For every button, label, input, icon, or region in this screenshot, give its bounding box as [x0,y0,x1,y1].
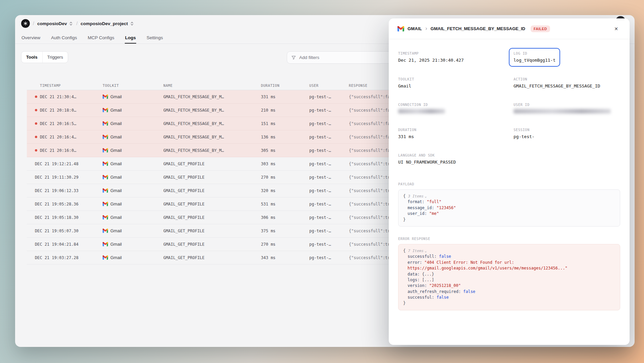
breadcrumb-separator: / [76,21,77,26]
cell-user: pg-test-… [309,242,349,247]
col-toolkit: TOOLKIT [103,83,163,87]
gmail-icon [103,148,108,153]
cell-timestamp: DEC 21 19:12:21.48 [27,162,103,166]
panel-header: GMAIL › GMAIL_FETCH_MESSAGE_BY_MESSAGE_I… [389,18,630,39]
cell-duration: 531 ms [261,202,309,206]
cell-toolkit: Gmail [103,201,163,206]
field-action: ACTION GMAIL_FETCH_MESSAGE_BY_MESSAGE_ID [514,77,620,88]
gmail-icon [103,175,108,179]
json-entry: message_id:"123456" [403,205,615,211]
cell-user: pg-test-… [309,188,349,193]
close-icon: ✕ [614,26,618,32]
redacted-connection-id [398,109,445,114]
redacted-user-id [514,109,611,114]
cell-duration: 331 ms [261,95,309,99]
col-user: USER [309,83,349,87]
project-name: composioDev_project [80,21,128,26]
error-collapse-toggle[interactable]: 7 Items⌄ [408,249,427,253]
chevron-down-icon: ⌄ [425,249,427,253]
segment-tools[interactable]: Tools [21,52,43,63]
cell-timestamp: DEC 21 20:16:0… [27,148,103,153]
cell-user: pg-test-… [309,135,349,139]
payload-section: PAYLOAD { 3 Items⌄ format:"full" message… [398,182,620,227]
json-entry: user_id:"me" [403,211,615,217]
json-entry: error:"404 Client Error: Not Found for u… [403,260,615,271]
cell-user: pg-test-… [309,202,349,206]
json-entry: logs:[...] [403,277,615,283]
tab-logs[interactable]: Logs [125,32,136,44]
tab-settings[interactable]: Settings [146,32,163,44]
gmail-icon [103,215,108,220]
breadcrumb-separator: / [33,21,34,26]
gmail-icon [103,121,108,126]
failed-dot-icon [35,122,37,125]
col-timestamp: TIMESTAMP [27,83,103,87]
gmail-icon [103,242,108,246]
cell-user: pg-test-… [309,215,349,220]
segment-triggers[interactable]: Triggers [43,52,68,63]
payload-entries: format:"full" message_id:"123456" user_i… [403,199,615,217]
cell-duration: 270 ms [261,242,309,247]
cell-user: pg-test-… [309,175,349,180]
field-connection-id: CONNECTION ID [398,103,505,114]
cell-user: pg-test-… [309,229,349,233]
cell-duration: 270 ms [261,175,309,180]
cell-duration: 136 ms [261,135,309,139]
cell-name: GMAIL_GET_PROFILE [163,229,261,233]
cell-duration: 306 ms [261,215,309,220]
cell-timestamp: DEC 21 19:05:18.30 [27,215,103,220]
payload-collapse-toggle[interactable]: 3 Items⌄ [408,194,427,198]
cell-user: pg-test-… [309,255,349,260]
gmail-icon [103,108,108,112]
json-entry: successful:false [403,295,615,300]
chevrons-up-down-icon [69,21,73,26]
field-user-id: USER ID [514,103,620,114]
cell-name: GMAIL_GET_PROFILE [163,162,261,166]
tab-mcp-configs[interactable]: MCP Configs [88,32,115,44]
json-entry: format:"full" [403,199,615,205]
chevron-right-icon: › [425,25,427,31]
error-entries: successfull:false error:"404 Client Erro… [403,254,615,300]
composio-logo[interactable] [21,19,30,28]
cell-toolkit: Gmail [103,175,163,180]
cell-name: GMAIL_FETCH_MESSAGE_BY_M… [163,135,261,139]
cell-timestamp: DEC 21 20:16:5… [27,121,103,126]
log-id-focus-box[interactable]: LOG ID log_tVqomBgg11-t [509,48,560,67]
field-timestamp: TIMESTAMP Dec 21, 2025 21:30:40.427 [398,51,505,63]
cell-name: GMAIL_FETCH_MESSAGE_BY_M… [163,121,261,126]
org-switcher[interactable]: composioDev [37,21,73,26]
cell-name: GMAIL_GET_PROFILE [163,202,261,206]
gmail-icon [397,26,404,32]
tab-auth-configs[interactable]: Auth Configs [51,32,77,44]
add-filters-label: Add filters [299,55,319,60]
close-panel-button[interactable]: ✕ [611,24,621,34]
gmail-icon [103,95,108,99]
cell-toolkit: Gmail [103,134,163,139]
error-response-label: ERROR RESPONSE [398,237,620,241]
cell-name: GMAIL_GET_PROFILE [163,255,261,260]
field-language-sdk: LANGUAGE AND SDK UI NO_FRAMEWORK_PASSED [398,153,505,165]
field-log-id: LOG ID log_tVqomBgg11-t [514,51,620,63]
failed-dot-icon [35,149,37,152]
field-session: SESSION pg-test- [514,128,620,139]
gmail-icon [103,255,108,260]
cell-name: GMAIL_FETCH_MESSAGE_BY_M… [163,108,261,113]
cell-duration: 320 ms [261,188,309,193]
cell-toolkit: Gmail [103,94,163,99]
payload-json: { 3 Items⌄ format:"full" message_id:"123… [398,189,620,227]
json-entry: data:{...} [403,271,615,277]
gmail-icon [103,188,108,193]
cell-duration: 305 ms [261,148,309,153]
cell-timestamp: DEC 21 19:05:07.30 [27,229,103,233]
cell-duration: 375 ms [261,229,309,233]
tab-overview[interactable]: Overview [21,32,41,44]
json-entry: version:"20251218_00" [403,283,615,289]
cell-timestamp: DEC 21 19:03:27.28 [27,255,103,260]
project-switcher[interactable]: composioDev_project [80,21,134,26]
cell-toolkit: Gmail [103,161,163,166]
gmail-icon [103,135,108,139]
gmail-icon [103,162,108,166]
col-duration: DURATION [261,83,309,87]
cell-user: pg-test-… [309,148,349,153]
cell-timestamp: DEC 21 20:18:0… [27,108,103,113]
